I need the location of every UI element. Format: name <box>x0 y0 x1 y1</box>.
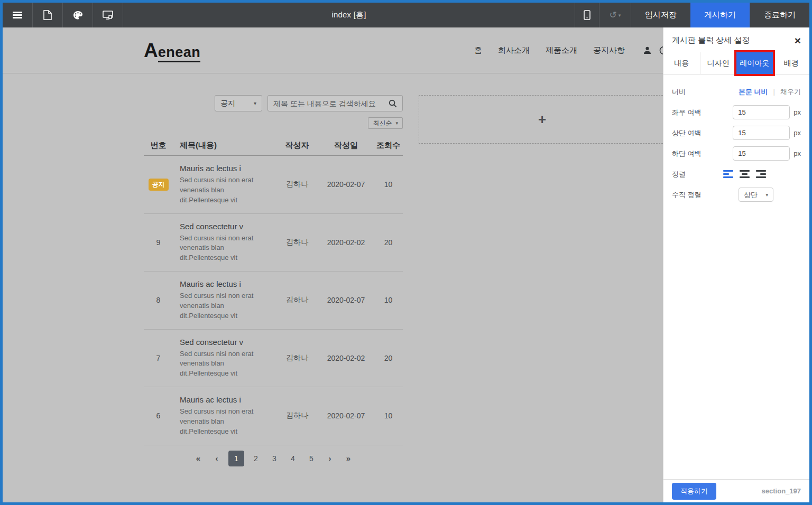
monitor-icon <box>103 11 113 20</box>
chevron-down-icon: ▾ <box>765 192 768 198</box>
post-excerpt: Sed cursus nisi non erat venenatis blan … <box>180 233 265 264</box>
post-title: Sed consectetur v <box>180 338 276 347</box>
panel-title: 게시판 블럭 상세 설정 <box>672 35 750 45</box>
nav-item-home[interactable]: 홈 <box>474 45 482 55</box>
post-no: 8 <box>144 296 173 304</box>
panel-tabs: 내용 디자인 레이아웃 배경 <box>663 52 809 74</box>
page-button-4[interactable]: 4 <box>286 451 300 466</box>
undo-button[interactable]: ↺▾ <box>599 3 631 27</box>
mobile-icon <box>584 10 590 20</box>
chevron-down-icon: ▾ <box>395 120 398 126</box>
page-next-button[interactable]: › <box>323 451 337 466</box>
design-button[interactable] <box>63 3 93 27</box>
width-option-fill[interactable]: 채우기 <box>780 87 801 97</box>
table-row[interactable]: 7 Sed consectetur v Sed cursus nisi non … <box>144 330 403 388</box>
page-first-button[interactable]: « <box>191 451 205 466</box>
post-title: Mauris ac lectus i <box>180 164 276 173</box>
nav-item-company[interactable]: 회사소개 <box>498 45 530 55</box>
post-excerpt: Sed cursus nisi non erat venenatis blan … <box>180 175 265 205</box>
margin-lr-label: 좌우 여백 <box>672 108 702 117</box>
post-no: 9 <box>144 238 173 247</box>
board-sort-select[interactable]: 최신순 ▾ <box>368 117 403 129</box>
post-no: 7 <box>144 354 173 362</box>
align-center-icon[interactable] <box>740 170 750 178</box>
table-row[interactable]: 공지 Mauris ac lectus i Sed cursus nisi no… <box>144 156 403 214</box>
close-icon[interactable]: × <box>795 35 801 46</box>
table-row[interactable]: 8 Mauris ac lectus i Sed cursus nisi non… <box>144 272 403 330</box>
pagination: « ‹ 1 2 3 4 5 › » <box>144 451 403 466</box>
temp-save-button[interactable]: 임시저장 <box>631 3 690 27</box>
add-block-placeholder[interactable]: + <box>419 95 666 144</box>
board-block: 공지 ▾ 최신순 ▾ 번호 제목(내용) 작성자 작성일 조회수 공지 <box>144 95 403 466</box>
undo-icon: ↺ <box>610 10 617 21</box>
margin-top-label: 상단 여백 <box>672 128 702 138</box>
col-author: 작성자 <box>276 141 318 151</box>
nav-item-notice[interactable]: 공지사항 <box>593 45 625 55</box>
board-category-select[interactable]: 공지 ▾ <box>215 95 262 111</box>
tab-background[interactable]: 배경 <box>773 52 810 74</box>
mobile-view-button[interactable] <box>575 3 599 27</box>
post-title: Sed consectetur v <box>180 222 276 231</box>
post-author: 김하나 <box>276 353 318 363</box>
post-date: 2020-02-07 <box>318 412 374 420</box>
user-icon[interactable] <box>643 46 652 55</box>
margin-lr-input[interactable] <box>733 105 790 119</box>
table-row[interactable]: 6 Mauris ac lectus i Sed cursus nisi non… <box>144 387 403 445</box>
site-nav: 홈 회사소개 제품소개 공지사항 <box>474 45 668 55</box>
nav-item-products[interactable]: 제품소개 <box>546 45 577 55</box>
align-left-icon[interactable] <box>723 170 733 178</box>
table-row[interactable]: 9 Sed consectetur v Sed cursus nisi non … <box>144 214 403 272</box>
page-last-button[interactable]: » <box>342 451 355 466</box>
page-icon <box>43 10 52 20</box>
menu-button[interactable] <box>3 3 33 27</box>
post-no: 6 <box>144 412 173 420</box>
post-date: 2020-02-07 <box>318 296 374 304</box>
post-views: 10 <box>374 180 403 189</box>
margin-top-input[interactable] <box>733 126 790 140</box>
unit-px: px <box>793 149 801 157</box>
tab-content[interactable]: 내용 <box>663 52 700 74</box>
exit-button[interactable]: 종료하기 <box>750 3 809 27</box>
post-title: Mauris ac lectus i <box>180 395 276 404</box>
page-prev-button[interactable]: ‹ <box>210 451 224 466</box>
search-icon[interactable] <box>389 99 397 108</box>
page-button-5[interactable]: 5 <box>304 451 318 466</box>
document-title: index [홈] <box>123 3 575 27</box>
post-views: 20 <box>374 238 403 247</box>
post-views: 10 <box>374 296 403 304</box>
post-author: 김하나 <box>276 180 318 189</box>
apply-button[interactable]: 적용하기 <box>672 483 716 500</box>
valign-select[interactable]: 상단 ▾ <box>739 188 773 202</box>
chevron-down-icon: ▾ <box>254 100 256 106</box>
align-right-icon[interactable] <box>756 170 766 178</box>
chevron-down-icon: ▾ <box>619 13 621 18</box>
width-option-body[interactable]: 본문 너비 <box>739 87 768 97</box>
pages-button[interactable] <box>33 3 63 27</box>
valign-label: 수직 정렬 <box>672 190 702 200</box>
tab-layout[interactable]: 레이아웃 <box>736 52 773 74</box>
post-date: 2020-02-02 <box>318 238 374 247</box>
unit-px: px <box>793 108 801 116</box>
board-table-header: 번호 제목(내용) 작성자 작성일 조회수 <box>144 136 403 156</box>
notice-badge: 공지 <box>149 179 169 191</box>
post-date: 2020-02-02 <box>318 354 374 362</box>
page-button-1[interactable]: 1 <box>228 451 244 466</box>
margin-bottom-label: 하단 여백 <box>672 149 702 158</box>
preview-button[interactable] <box>93 3 123 27</box>
site-logo[interactable]: Aenean <box>144 41 200 60</box>
post-excerpt: Sed cursus nisi non erat venenatis blan … <box>180 407 265 437</box>
page-button-2[interactable]: 2 <box>249 451 263 466</box>
tab-design[interactable]: 디자인 <box>700 52 737 74</box>
board-search-input[interactable] <box>273 99 389 108</box>
post-author: 김하나 <box>276 411 318 420</box>
post-views: 20 <box>374 354 403 362</box>
publish-button[interactable]: 게시하기 <box>690 3 750 27</box>
post-date: 2020-02-07 <box>318 180 374 189</box>
margin-bottom-input[interactable] <box>733 146 790 161</box>
board-search <box>267 95 403 111</box>
page-button-3[interactable]: 3 <box>267 451 281 466</box>
post-author: 김하나 <box>276 238 318 247</box>
col-date: 작성일 <box>318 141 374 151</box>
hamburger-icon <box>13 12 22 18</box>
col-no: 번호 <box>144 141 173 151</box>
